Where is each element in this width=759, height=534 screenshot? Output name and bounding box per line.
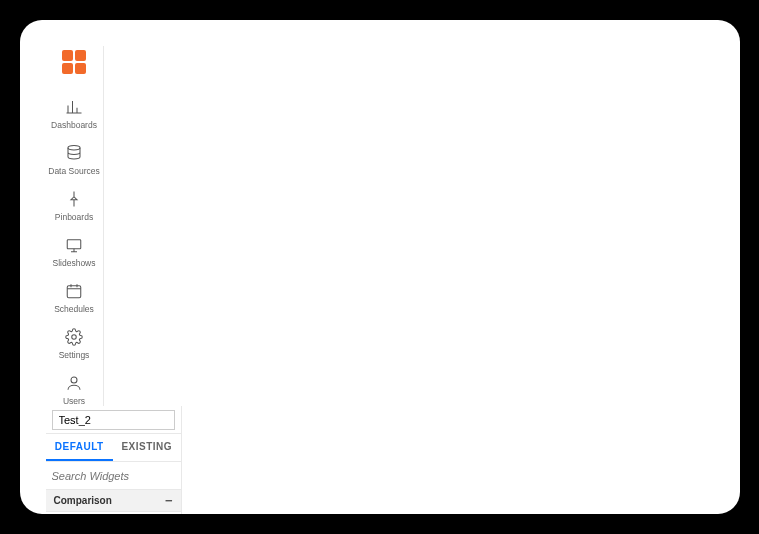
- tab-default[interactable]: DEFAULT: [46, 434, 114, 461]
- left-nav-rail: Dashboards Data Sources Pinboards Slides…: [46, 46, 104, 406]
- nav-slideshows[interactable]: Slideshows: [46, 236, 103, 268]
- nav-label: Users: [63, 396, 85, 406]
- nav-pinboards[interactable]: Pinboards: [46, 190, 103, 222]
- svg-rect-2: [67, 286, 81, 298]
- document-title-bar: [46, 406, 181, 434]
- collapse-icon: −: [165, 493, 173, 508]
- nav-label: Pinboards: [55, 212, 93, 222]
- nav-settings[interactable]: Settings: [46, 328, 103, 360]
- nav-users[interactable]: Users: [46, 374, 103, 406]
- user-icon: [65, 374, 83, 392]
- group-header-comparison[interactable]: Comparison −: [46, 490, 181, 512]
- nav-datasources[interactable]: Data Sources: [46, 144, 103, 176]
- database-icon: [65, 144, 83, 162]
- nav-dashboards[interactable]: Dashboards: [46, 98, 103, 130]
- nav-label: Dashboards: [51, 120, 97, 130]
- group-title: Comparison: [54, 495, 112, 506]
- svg-rect-1: [67, 240, 81, 249]
- svg-point-4: [71, 377, 77, 383]
- svg-point-0: [68, 146, 80, 151]
- slideshow-icon: [65, 236, 83, 254]
- gear-icon: [65, 328, 83, 346]
- document-name-input[interactable]: [52, 410, 175, 430]
- svg-point-3: [72, 335, 77, 340]
- calendar-icon: [65, 282, 83, 300]
- tab-existing[interactable]: EXISTING: [113, 434, 181, 461]
- nav-schedules[interactable]: Schedules: [46, 282, 103, 314]
- pin-icon: [65, 190, 83, 208]
- app-logo: [62, 50, 86, 74]
- widget-panel: DEFAULT EXISTING Comparison −: [46, 406, 182, 514]
- nav-label: Schedules: [54, 304, 94, 314]
- comparison-widgets: Bar Column: [46, 512, 181, 514]
- search-widgets-input[interactable]: [52, 470, 182, 482]
- nav-label: Slideshows: [53, 258, 96, 268]
- nav-label: Data Sources: [48, 166, 100, 176]
- nav-label: Settings: [59, 350, 90, 360]
- bar-chart-icon: [65, 98, 83, 116]
